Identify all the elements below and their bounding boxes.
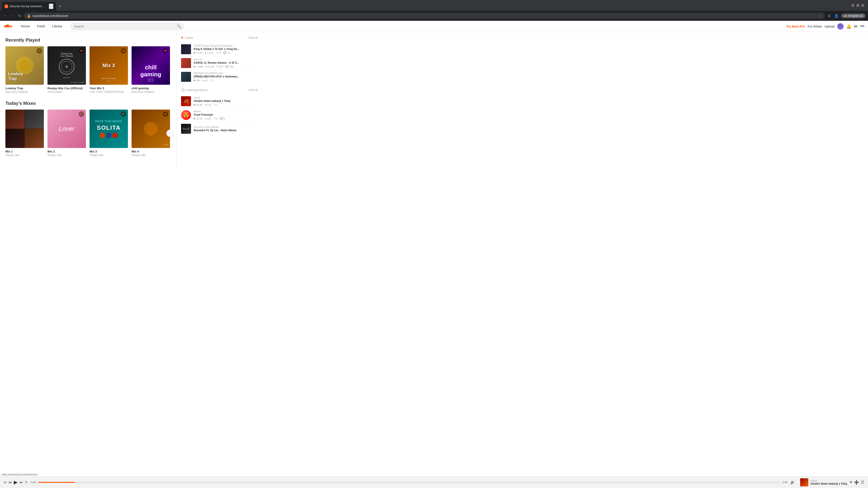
address-bar-row: ← → ↻ 🔒 ☆ ⬇ 👤 🕵 Incognito (2) bbox=[0, 11, 868, 21]
sidebar-track-item-1[interactable]: © 2020 Purge Gang Entertainment King K G… bbox=[181, 42, 258, 56]
reposts-stat-3: ↺ 1 bbox=[210, 79, 214, 82]
recently-played-cards-row: Lowkey Trap Lowkey Trap Discovery Playli… bbox=[5, 46, 171, 94]
card-sc-icon-dj bbox=[79, 48, 84, 54]
current-time: 0:00 bbox=[31, 481, 36, 484]
reposts-stat-1: ↺ 14 bbox=[216, 51, 221, 54]
maximize-button[interactable] bbox=[856, 4, 860, 7]
sc-logo[interactable] bbox=[4, 24, 13, 29]
messages-button[interactable]: ✉ bbox=[854, 24, 857, 29]
hist-likes-1: ♥ 112 bbox=[205, 103, 211, 106]
forward-button[interactable]: → bbox=[10, 13, 16, 19]
card-mix3[interactable]: TONY H & SNAVE LTU Mix 3 Your Mix 3 bbox=[90, 46, 128, 94]
svg-rect-6 bbox=[40, 50, 41, 51]
player-artist: mikoll bbox=[811, 480, 847, 482]
card-today-4[interactable]: LTU Mix 4 Today's Mix bbox=[131, 109, 170, 157]
active-tab[interactable]: SC Discover the top streamed mus... ✕ bbox=[2, 2, 56, 11]
card-lowkey-trap[interactable]: Lowkey Trap Lowkey Trap Discovery Playli… bbox=[5, 46, 44, 94]
nav-feed[interactable]: Feed bbox=[33, 21, 49, 32]
player-add-button[interactable]: ➕ bbox=[854, 480, 859, 485]
try-next-pro-button[interactable]: Try Next Pro bbox=[786, 25, 805, 28]
recently-played-title: Recently Played bbox=[5, 37, 171, 43]
sidebar-history-item-2[interactable]: 😍 Wavey Trust Freestyle ▶ 29.1K ♥ 281 ↺ … bbox=[181, 108, 258, 122]
card-chill-gaming[interactable]: chillgaming bbox=[131, 46, 170, 94]
card-today-3[interactable]: HEAR THIS MUSIC SOLITA bbox=[90, 109, 128, 157]
card-today-2[interactable]: Lover Mix 2 Today's Mix bbox=[48, 109, 86, 157]
reposts-stat-2: ↺ 429 bbox=[216, 65, 223, 68]
svg-point-16 bbox=[152, 80, 152, 80]
search-button[interactable]: 🔍 bbox=[177, 24, 181, 29]
card-today-1[interactable]: Mix 1 Today's Mix bbox=[5, 109, 44, 157]
sidebar-track-info-3: NEKTAR.UFO.BEATS.816 (FREE) NEKTAR.UFO! … bbox=[194, 72, 258, 82]
profile-button[interactable]: 👤 bbox=[833, 13, 839, 19]
card-sub-mix3: LIKE THAT UNDERGROUND ... bbox=[90, 90, 128, 94]
svg-rect-2 bbox=[11, 25, 11, 27]
listening-history-label: 🕐 Listening history bbox=[181, 88, 208, 92]
card-sub-lowkey: Discovery Playlists bbox=[5, 90, 44, 94]
likes-stat-1: ♥ 1,018 bbox=[205, 52, 213, 54]
sidebar-history-thumb-1: 🍂 bbox=[181, 96, 191, 106]
card-sub-dj: Artist station bbox=[48, 90, 86, 94]
sidebar-artist-3: NEKTAR.UFO.BEATS.816 bbox=[194, 72, 258, 74]
sidebar-track-item-2[interactable]: Karol G KAROL G, Romeo Santos - X SI V..… bbox=[181, 56, 258, 70]
likes-header: ♥ 5 likes bbox=[181, 36, 193, 40]
progress-bar[interactable] bbox=[38, 482, 780, 483]
download-button[interactable]: ⬇ bbox=[827, 13, 831, 19]
user-avatar[interactable] bbox=[837, 23, 844, 30]
progress-fill bbox=[38, 482, 75, 483]
sidebar-history-thumb-2: 😍 bbox=[181, 110, 191, 120]
tab-close-button[interactable]: ✕ bbox=[49, 4, 53, 9]
card-thumb-dj: Deejay-GijsCox (Official) station DJ LEX… bbox=[48, 46, 86, 85]
sidebar-history-item-1[interactable]: 🍂 mikoll Ostatni dzień wakacji z Tobą ▶ … bbox=[181, 94, 258, 108]
back-button[interactable]: ← bbox=[3, 13, 8, 19]
scroll-next-button[interactable]: › bbox=[166, 130, 174, 137]
player-queue-button[interactable]: ☰ bbox=[861, 480, 864, 485]
repeat-button[interactable]: ↻ bbox=[25, 480, 28, 484]
address-bar[interactable]: 🔒 ☆ bbox=[24, 13, 825, 19]
notifications-button[interactable]: 🔔 bbox=[846, 24, 851, 29]
sidebar-thumb-1 bbox=[181, 44, 191, 54]
recently-played-section: Recently Played bbox=[5, 37, 171, 94]
card-sc-icon-chill bbox=[163, 48, 168, 54]
card-title-mix3: Your Mix 3 bbox=[90, 87, 128, 90]
more-options-button[interactable]: ••• bbox=[860, 24, 864, 29]
shuffle-button[interactable]: ⇄ bbox=[4, 480, 6, 484]
sidebar-history-item-3[interactable]: DLLeX Dj LeX & Ciske Official Brasbère F… bbox=[181, 122, 258, 135]
likes-count: 5 likes bbox=[185, 36, 193, 39]
incognito-icon: 🕵 bbox=[844, 14, 847, 18]
card-sub-chill: Discovery Playlists bbox=[131, 90, 170, 94]
player-track-info: mikoll Ostatni dzień wakacji z Tobą bbox=[811, 480, 847, 485]
address-input[interactable] bbox=[33, 14, 817, 18]
search-input[interactable] bbox=[70, 23, 184, 30]
prev-button[interactable]: ⏮ bbox=[8, 480, 12, 484]
sidebar-history-info-1: mikoll Ostatni dzień wakacji z Tobą ▶ 20… bbox=[194, 96, 258, 106]
history-view-all-link[interactable]: View all bbox=[248, 88, 258, 92]
tab-title: Discover the top streamed mus... bbox=[10, 5, 47, 8]
reload-button[interactable]: ↻ bbox=[17, 13, 22, 19]
player-heart-button[interactable]: ♥ bbox=[850, 480, 852, 485]
new-tab-button[interactable]: + bbox=[57, 3, 63, 10]
nav-library[interactable]: Library bbox=[49, 21, 66, 32]
play-button[interactable]: ▶ bbox=[14, 480, 18, 485]
status-bar: https://soundcloud.com/discover bbox=[0, 473, 39, 476]
svg-point-13 bbox=[152, 79, 153, 80]
for-artists-button[interactable]: For Artists bbox=[808, 25, 822, 28]
browser-actions: ⬇ 👤 🕵 Incognito (2) bbox=[827, 13, 865, 19]
svg-rect-19 bbox=[166, 51, 166, 51]
minimize-button[interactable] bbox=[851, 4, 855, 7]
card-sc-icon-today2 bbox=[79, 111, 84, 117]
recently-played-cards-wrapper: Lowkey Trap Lowkey Trap Discovery Playli… bbox=[5, 46, 171, 94]
plays-stat-2: ▶ 1.48M bbox=[194, 65, 203, 68]
close-button[interactable] bbox=[861, 4, 864, 7]
sidebar-likes-section: ♥ 5 likes View all © 2020 Purge Gang Ent… bbox=[181, 36, 258, 84]
next-button[interactable]: ⏭ bbox=[20, 480, 23, 484]
likes-view-all-link[interactable]: View all bbox=[248, 36, 258, 39]
status-url: https://soundcloud.com/discover bbox=[2, 473, 37, 476]
tab-bar: SC Discover the top streamed mus... ✕ + bbox=[0, 0, 868, 11]
window-controls bbox=[851, 4, 866, 9]
nav-home[interactable]: Home bbox=[17, 21, 33, 32]
soundcloud-app: Home Feed Library 🔍 Try Next Pro For Art… bbox=[0, 21, 868, 486]
volume-button[interactable]: 🔊 bbox=[790, 480, 795, 484]
card-dj-gijs[interactable]: Deejay-GijsCox (Official) station DJ LEX… bbox=[48, 46, 86, 94]
upload-button[interactable]: Upload bbox=[825, 25, 835, 28]
sidebar-track-item-3[interactable]: NEKTAR.UFO.BEATS.816 (FREE) NEKTAR.UFO! … bbox=[181, 70, 258, 84]
